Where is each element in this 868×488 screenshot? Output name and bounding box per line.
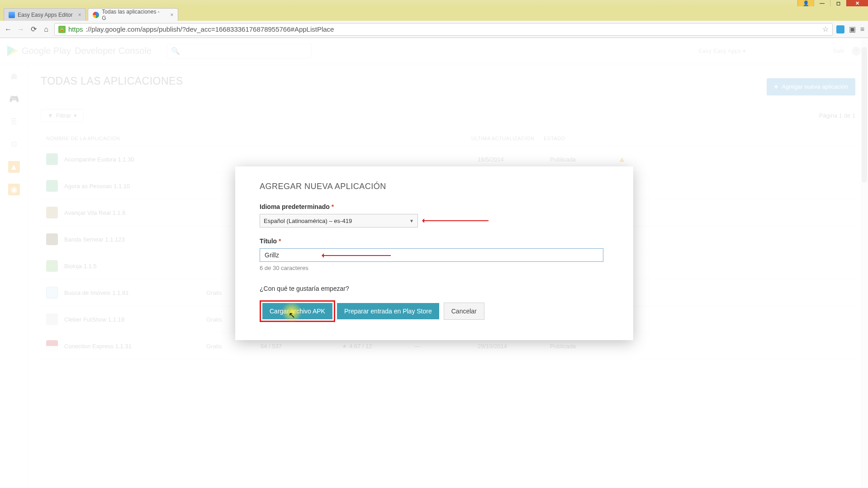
maximize-button[interactable]: ◻: [830, 0, 846, 6]
start-prompt: ¿Con qué te gustaría empezar?: [260, 285, 609, 292]
forward-button[interactable]: →: [16, 25, 25, 34]
prepare-listing-button[interactable]: Preparar entrada en Play Store: [337, 303, 439, 319]
url-path: ://play.google.com/apps/publish/?dev_acc…: [86, 25, 334, 33]
cancel-button[interactable]: Cancelar: [444, 303, 484, 320]
prepare-label: Preparar entrada en Play Store: [344, 308, 432, 315]
upload-apk-label: Cargar archivo APK: [270, 308, 325, 315]
annotation-arrow: [423, 220, 489, 221]
chevron-down-icon: ▼: [409, 218, 414, 223]
title-input[interactable]: [260, 248, 603, 262]
close-window-button[interactable]: ✕: [846, 0, 868, 6]
modal-title: AGREGAR NUEVA APLICACIÓN: [260, 182, 609, 191]
reload-button[interactable]: ⟳: [29, 25, 38, 34]
tab-label: Todas las aplicaciones - G: [102, 9, 165, 21]
cancel-label: Cancelar: [451, 308, 477, 315]
close-tab-icon[interactable]: ×: [78, 12, 81, 18]
language-label: Idioma predeterminado *: [260, 203, 609, 210]
menu-icon[interactable]: ≡: [860, 25, 864, 33]
tab-easy-apps[interactable]: Easy Easy Apps Editor ×: [4, 8, 86, 21]
language-select[interactable]: Español (Latinoamérica) – es-419 ▼: [260, 214, 418, 227]
back-button[interactable]: ←: [4, 25, 13, 34]
lock-icon: 🔒: [58, 26, 66, 33]
browser-toolbar: ← → ⟳ ⌂ 🔒 https://play.google.com/apps/p…: [0, 21, 868, 38]
panel-icon[interactable]: ▣: [849, 25, 856, 33]
favicon-icon: [9, 12, 15, 18]
char-count: 6 de 30 caracteres: [260, 265, 609, 271]
add-app-modal: AGREGAR NUEVA APLICACIÓN Idioma predeter…: [235, 166, 633, 340]
annotation-arrow: [323, 255, 391, 256]
annotation-highlight: Cargar archivo APK ↖: [260, 300, 335, 322]
modal-buttons: Cargar archivo APK ↖ Preparar entrada en…: [260, 300, 609, 322]
viewport: Google Play Developer Console 🔍 Easy Eas…: [0, 38, 868, 488]
extension-icon[interactable]: [836, 25, 844, 33]
tab-label: Easy Easy Apps Editor: [18, 12, 72, 18]
tab-play-console[interactable]: Todas las aplicaciones - G ×: [88, 8, 178, 21]
url-protocol: https: [68, 25, 83, 33]
window-controls: 👤 — ◻ ✕: [797, 0, 868, 6]
home-button[interactable]: ⌂: [42, 25, 51, 34]
minimize-button[interactable]: —: [814, 0, 830, 6]
upload-apk-button[interactable]: Cargar archivo APK ↖: [262, 303, 332, 319]
language-value: Español (Latinoamérica) – es-419: [264, 218, 352, 224]
tab-bar: Easy Easy Apps Editor × Todas las aplica…: [0, 6, 868, 21]
user-switch-button[interactable]: 👤: [797, 0, 814, 6]
bookmark-icon[interactable]: ☆: [822, 25, 829, 33]
favicon-icon: [93, 12, 99, 18]
toolbar-right: ▣ ≡: [836, 25, 864, 33]
close-tab-icon[interactable]: ×: [170, 12, 173, 18]
address-bar[interactable]: 🔒 https://play.google.com/apps/publish/?…: [54, 23, 833, 36]
window-titlebar: 👤 — ◻ ✕: [0, 0, 868, 6]
title-label: Título *: [260, 237, 609, 245]
